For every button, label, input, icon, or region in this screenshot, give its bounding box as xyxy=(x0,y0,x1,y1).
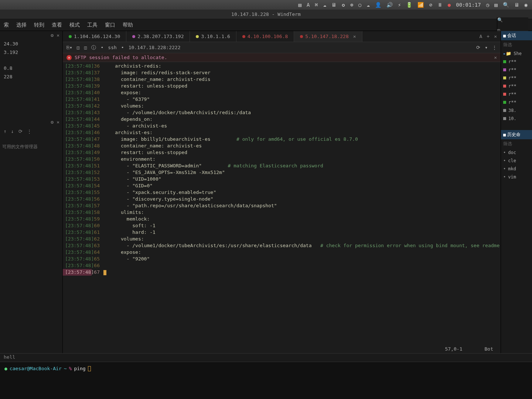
tab-tool-icon[interactable]: A xyxy=(480,34,482,39)
filter-label[interactable]: 筛选 xyxy=(501,40,532,50)
menubar-icon[interactable]: ◷ xyxy=(486,2,489,8)
code-line[interactable]: [23:57:48]36 archivist-redis: xyxy=(63,63,501,69)
search-icon[interactable]: 🔍 xyxy=(503,2,509,8)
tree-root[interactable]: ▸📁She xyxy=(501,50,532,58)
battery-icon[interactable]: 🔋 xyxy=(406,2,412,8)
close-icon[interactable]: × xyxy=(57,119,59,125)
menu-item[interactable]: 窗口 xyxy=(105,22,115,28)
down-icon[interactable]: ↓ xyxy=(11,129,14,134)
filter-label[interactable]: 筛选 xyxy=(501,139,532,149)
gear-icon[interactable]: ⚙ xyxy=(51,119,54,125)
session-tree-item[interactable]: r** xyxy=(501,90,532,98)
code-line[interactable]: [23:57:48]62 volumes: xyxy=(63,236,501,242)
code-line[interactable]: [23:57:48]51 - "ELASTIC_PASSWORD=admin" … xyxy=(63,163,501,169)
record-icon[interactable]: ● xyxy=(448,2,451,8)
code-line[interactable]: [23:57:48]47 image: bbilly1/tubearchivis… xyxy=(63,136,501,143)
menubar-icon[interactable]: ☁ xyxy=(323,2,326,8)
menubar-icon[interactable]: ▤ xyxy=(494,2,497,8)
tab-tool-icon[interactable]: + xyxy=(487,34,490,39)
menubar-icon[interactable]: ▤ xyxy=(298,2,301,8)
code-line[interactable]: [23:57:48]49 restart: unless-stopped xyxy=(63,149,501,156)
session-tree-item[interactable]: 10. xyxy=(501,115,532,123)
host-item[interactable]: 24.30 xyxy=(0,40,62,48)
code-line[interactable]: [23:57:48]46 archivist-es: xyxy=(63,129,501,136)
code-line[interactable]: [23:57:48]48 container_name: archivist-e… xyxy=(63,143,501,149)
terminal-editor[interactable]: [23:57:48]36 archivist-redis:[23:57:48]3… xyxy=(63,62,501,353)
code-line[interactable]: [23:57:48]39 restart: unless-stopped xyxy=(63,83,501,89)
host-item[interactable]: 3.192 xyxy=(0,48,62,57)
code-line[interactable]: [23:57:48]40 expose: xyxy=(63,89,501,96)
session-tab[interactable]: 5.10.147.18.228× xyxy=(294,31,362,42)
code-line[interactable]: [23:57:48]38 container_name: archivist-r… xyxy=(63,76,501,83)
code-line[interactable]: [23:57:48]50 environment: xyxy=(63,156,501,163)
code-line[interactable]: [23:57:48]66 xyxy=(63,262,501,269)
wifi-icon[interactable]: 📶 xyxy=(417,2,424,8)
session-tab[interactable]: 4.10.100.106.8 xyxy=(236,31,294,42)
close-icon[interactable]: × xyxy=(57,33,59,38)
tab-tool-icon[interactable]: × xyxy=(494,34,497,39)
close-alert-icon[interactable]: × xyxy=(494,55,497,60)
refresh-icon[interactable]: ⟳ xyxy=(18,129,23,134)
volume-icon[interactable]: 🔊 xyxy=(386,2,393,8)
refresh-icon[interactable]: ⟳ xyxy=(476,45,480,50)
code-line[interactable]: [23:57:48]64 expose: xyxy=(63,249,501,256)
menubar-icon[interactable]: ⊕ xyxy=(350,2,353,8)
up-icon[interactable]: ↑ xyxy=(4,129,7,134)
code-line[interactable]: [23:57:48]53 - "UID=1000" xyxy=(63,176,501,183)
code-line[interactable]: [23:57:48]60 soft: -1 xyxy=(63,222,501,229)
more-icon[interactable]: ⋮ xyxy=(492,45,497,50)
code-line[interactable]: [23:57:48]56 - "discovery.type=single-no… xyxy=(63,196,501,202)
code-line[interactable]: [23:57:48]44 depends_on: xyxy=(63,116,501,123)
session-tree-item[interactable]: r** xyxy=(501,82,532,90)
menubar-icon[interactable]: ○ xyxy=(358,2,361,8)
gear-icon[interactable]: ⚙ xyxy=(51,33,54,38)
session-tree-item[interactable]: r** xyxy=(501,98,532,106)
history-item[interactable]: •mkd xyxy=(501,165,532,173)
menubar-icon[interactable]: 🖥 xyxy=(331,2,337,8)
code-line[interactable]: [23:57:48]63 - /volume1/docker/tubeArchi… xyxy=(63,242,501,249)
code-line[interactable]: [23:57:48]55 - "xpack.security.enabled=t… xyxy=(63,189,501,196)
local-shell[interactable]: ● caesar@MacBook-Air ~ % ping xyxy=(0,362,532,399)
menu-item[interactable]: 帮助 xyxy=(123,22,133,28)
menubar-icon[interactable]: ⌘ xyxy=(315,2,318,8)
search-icon[interactable]: 🔍 xyxy=(497,17,528,23)
code-line[interactable]: [23:57:48]37 image: redis/redis-stack-se… xyxy=(63,69,501,76)
code-line[interactable]: [23:57:48]61 hard: -1 xyxy=(63,229,501,236)
menubar-icon[interactable]: 👤 xyxy=(375,2,381,8)
session-tab[interactable]: 1.104.166.124.30 xyxy=(63,31,126,42)
menubar-icon[interactable]: ⏸ xyxy=(437,2,443,8)
menu-item[interactable]: 转到 xyxy=(34,22,44,28)
session-tree-item[interactable]: r** xyxy=(501,66,532,74)
session-tab[interactable]: 3.10.1.1.6 xyxy=(190,31,236,42)
menu-item[interactable]: 工具 xyxy=(87,22,98,28)
menu-item[interactable]: 模式 xyxy=(69,22,80,28)
code-line[interactable]: [23:57:48]42 volumes: xyxy=(63,103,501,109)
session-tree-item[interactable]: r** xyxy=(501,74,532,82)
code-line[interactable]: [23:57:48]65 - "9200" xyxy=(63,256,501,262)
code-line[interactable]: [23:57:48]57 - "path.repo=/usr/share/ela… xyxy=(63,202,501,209)
history-item[interactable]: •cle xyxy=(501,157,532,165)
session-tree-item[interactable]: 38. xyxy=(501,106,532,115)
shell-tab-label[interactable]: hell xyxy=(0,353,532,362)
history-header[interactable]: ■ 历史命 xyxy=(501,130,532,139)
menubar-icon[interactable]: A xyxy=(307,2,310,8)
menu-item[interactable]: 索 xyxy=(4,22,9,28)
host-item[interactable]: 228 xyxy=(0,72,62,81)
menubar-icon[interactable]: ⊘ xyxy=(429,2,432,8)
code-line[interactable]: [23:57:48]67 xyxy=(63,269,501,276)
code-line[interactable]: [23:57:48]45 - archivist-es xyxy=(63,123,501,129)
menubar-icon[interactable]: 🖥 xyxy=(514,2,519,8)
window-icon[interactable]: ◫ xyxy=(84,45,87,50)
code-line[interactable]: [23:57:48]52 - "ES_JAVA_OPTS=-Xms512m -X… xyxy=(63,169,501,176)
code-line[interactable]: [23:57:48]41 - "6379" xyxy=(63,96,501,103)
code-line[interactable]: [23:57:48]59 memlock: xyxy=(63,216,501,222)
menu-item[interactable]: 查看 xyxy=(52,22,62,28)
chevron-down-icon[interactable]: ▾ xyxy=(485,45,488,50)
menubar-icon[interactable]: ☁ xyxy=(367,2,370,8)
control-center-icon[interactable]: ◉ xyxy=(525,2,528,8)
bluetooth-icon[interactable]: ⚡ xyxy=(398,2,401,8)
menubar-icon[interactable]: ✪ xyxy=(342,2,345,8)
history-item[interactable]: •doc xyxy=(501,149,532,157)
window-icon[interactable]: ◫ xyxy=(77,45,80,50)
info-icon[interactable]: ⓘ xyxy=(91,44,96,51)
